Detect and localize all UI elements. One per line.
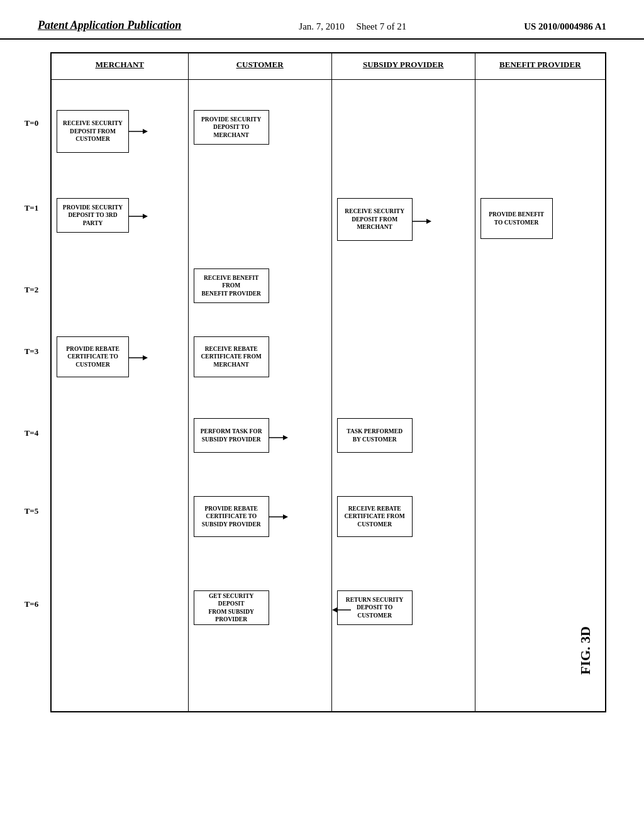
subsidy-box-t4: TASK PERFORMEDBY CUSTOMER <box>337 418 413 453</box>
time-label-t3: T=3 <box>16 346 47 357</box>
svg-marker-1 <box>143 129 148 134</box>
customer-box-t4: PERFORM TASK FORSUBSIDY PROVIDER <box>194 418 269 453</box>
benefit-box-t1: PROVIDE BENEFITTO CUSTOMER <box>480 198 553 239</box>
svg-marker-9 <box>283 514 288 519</box>
time-label-t1: T=1 <box>16 203 47 213</box>
svg-marker-11 <box>426 219 431 224</box>
time-axis: T=0 T=1 T=2 T=3 T=4 T=5 T=6 <box>16 52 47 712</box>
arrow-m1-right <box>129 212 148 221</box>
merchant-header: MERCHANT <box>52 53 188 80</box>
svg-marker-3 <box>143 214 148 219</box>
time-label-t5: T=5 <box>16 506 47 516</box>
merchant-box-t1: PROVIDE SECURITYDEPOSIT TO 3RD PARTY <box>57 198 129 233</box>
merchant-box-t3: PROVIDE REBATECERTIFICATE TOCUSTOMER <box>57 336 129 377</box>
diagram-container: T=0 T=1 T=2 T=3 T=4 T=5 T=6 MERCHANT REC… <box>50 52 606 712</box>
customer-column: CUSTOMER PROVIDE SECURITYDEPOSIT TO MERC… <box>189 53 332 711</box>
benefit-body: PROVIDE BENEFITTO CUSTOMER <box>475 80 605 677</box>
page-header: Patent Application Publication Jan. 7, 2… <box>0 0 644 40</box>
customer-box-t5: PROVIDE REBATECERTIFICATE TOSUBSIDY PROV… <box>194 496 269 537</box>
customer-header: CUSTOMER <box>189 53 331 80</box>
arrow-c5-right <box>269 512 288 522</box>
merchant-column: MERCHANT RECEIVE SECURITYDEPOSIT FROMCUS… <box>52 53 189 711</box>
time-label-t4: T=4 <box>16 428 47 438</box>
customer-box-t3: RECEIVE REBATECERTIFICATE FROMMERCHANT <box>194 336 269 377</box>
arrow-m3-right <box>129 353 148 363</box>
subsidy-box-t5: RECEIVE REBATECERTIFICATE FROMCUSTOMER <box>337 496 413 537</box>
customer-body: PROVIDE SECURITYDEPOSIT TO MERCHANT RECE… <box>189 80 331 677</box>
arrow-s6-left <box>332 606 351 615</box>
arrow-m0-right <box>129 127 148 136</box>
svg-marker-7 <box>283 435 288 440</box>
header-date-sheet: Jan. 7, 2010 Sheet 7 of 21 <box>299 21 406 32</box>
subsidy-column: SUBSIDY PROVIDER RECEIVE SECURITYDEPOSIT… <box>332 53 475 711</box>
subsidy-header: SUBSIDY PROVIDER <box>332 53 475 80</box>
svg-marker-13 <box>332 607 337 612</box>
customer-box-t0: PROVIDE SECURITYDEPOSIT TO MERCHANT <box>194 110 269 145</box>
merchant-box-t0: RECEIVE SECURITYDEPOSIT FROMCUSTOMER <box>57 110 129 153</box>
arrow-c4-right <box>269 433 288 443</box>
patent-number: US 2010/0004986 A1 <box>524 21 606 32</box>
publication-date: Jan. 7, 2010 <box>299 21 345 31</box>
main-diagram-box: MERCHANT RECEIVE SECURITYDEPOSIT FROMCUS… <box>50 52 606 712</box>
subsidy-body: RECEIVE SECURITYDEPOSIT FROMMERCHANT TAS… <box>332 80 475 677</box>
svg-marker-5 <box>143 355 148 360</box>
customer-box-t2: RECEIVE BENEFIT FROMBENEFIT PROVIDER <box>194 268 269 303</box>
time-label-t2: T=2 <box>16 285 47 295</box>
sheet-number: Sheet 7 of 21 <box>357 21 407 31</box>
time-label-t0: T=0 <box>16 118 47 128</box>
benefit-column: BENEFIT PROVIDER PROVIDE BENEFITTO CUSTO… <box>475 53 605 711</box>
subsidy-box-t1: RECEIVE SECURITYDEPOSIT FROMMERCHANT <box>337 198 413 241</box>
customer-box-t6: GET SECURITY DEPOSITFROM SUBSIDY PROVIDE… <box>194 590 269 625</box>
figure-label: FIG. 3D <box>577 626 594 675</box>
merchant-body: RECEIVE SECURITYDEPOSIT FROMCUSTOMER PRO… <box>52 80 188 677</box>
time-label-t6: T=6 <box>16 599 47 609</box>
benefit-header: BENEFIT PROVIDER <box>475 53 605 80</box>
arrow-s1-right <box>413 217 431 226</box>
publication-label: Patent Application Publication <box>38 19 181 32</box>
